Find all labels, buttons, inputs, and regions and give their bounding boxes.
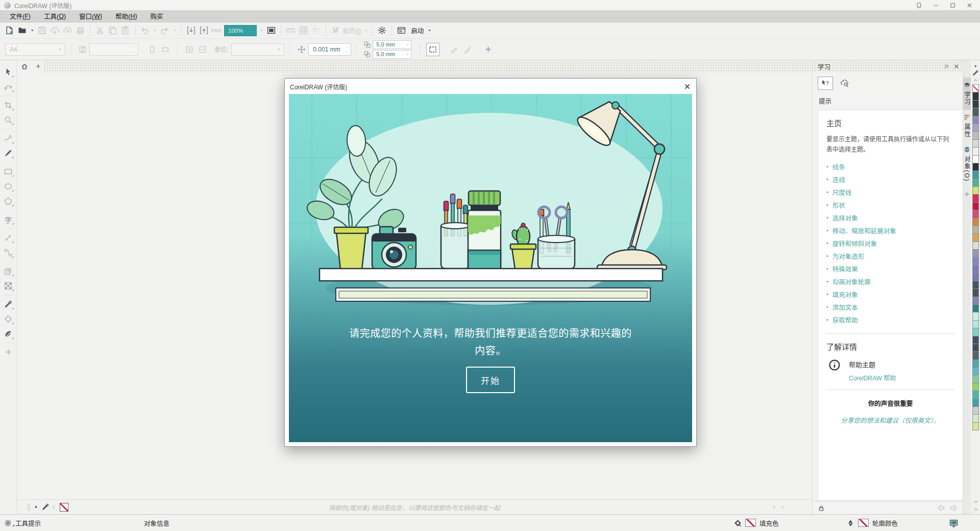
dialog-close-button[interactable] xyxy=(683,83,691,90)
docker-close-icon[interactable] xyxy=(953,63,960,69)
publish-pdf-button[interactable]: PDF xyxy=(210,24,223,37)
outline-color-swatch[interactable] xyxy=(858,519,869,527)
color-eyedropper-tool[interactable] xyxy=(1,297,15,311)
cloud-save-button[interactable] xyxy=(61,24,74,37)
hint-topic-link[interactable]: 填充对象 xyxy=(832,289,858,299)
snap-off-icon[interactable] xyxy=(329,24,342,37)
color-swatch[interactable] xyxy=(972,406,979,415)
menu-item[interactable]: 文件(F) xyxy=(3,10,37,22)
duplicate-x-field[interactable]: 5.0 mm xyxy=(373,40,411,49)
color-swatch[interactable] xyxy=(972,233,979,242)
landscape-button[interactable] xyxy=(159,43,172,56)
color-swatch[interactable] xyxy=(972,320,979,328)
dimension-tool[interactable] xyxy=(1,230,15,245)
color-swatch[interactable] xyxy=(972,344,979,352)
save-button[interactable] xyxy=(36,24,48,37)
open-dropdown-icon[interactable] xyxy=(29,24,36,37)
zoom-dropdown-icon[interactable] xyxy=(258,24,265,37)
color-swatch[interactable] xyxy=(972,147,979,155)
all-pages-button[interactable] xyxy=(183,43,196,56)
page-size-combo[interactable]: A4 xyxy=(5,43,65,56)
hint-topic-link[interactable]: 勾画对象轮廓 xyxy=(832,277,871,286)
palette-eyedropper-icon[interactable] xyxy=(42,503,49,511)
start-button[interactable]: 开始 xyxy=(466,367,515,393)
close-button[interactable] xyxy=(966,2,973,9)
color-swatch[interactable] xyxy=(972,257,979,266)
options-gear-button[interactable] xyxy=(376,24,388,37)
hint-topic-link[interactable]: 为对象造形 xyxy=(832,251,865,261)
polygon-tool[interactable] xyxy=(1,194,15,208)
nav-back-icon[interactable] xyxy=(937,504,945,512)
color-swatch[interactable] xyxy=(972,312,979,320)
palette-options-icon[interactable] xyxy=(973,62,978,69)
new-document-button[interactable] xyxy=(3,24,16,37)
hint-topic-link[interactable]: 线条 xyxy=(832,162,845,172)
palette-eyedropper-icon[interactable] xyxy=(972,69,978,77)
open-button[interactable] xyxy=(16,24,29,37)
current-page-button[interactable] xyxy=(196,43,209,56)
hint-topic-link[interactable]: 添加文本 xyxy=(832,302,858,312)
redo-button[interactable] xyxy=(158,24,171,37)
color-swatch[interactable] xyxy=(972,249,979,257)
text-tool[interactable]: 字 xyxy=(1,212,15,227)
redo-dropdown-icon[interactable] xyxy=(171,24,178,37)
nudge-distance-field[interactable]: 0.001 mm xyxy=(308,43,351,56)
launch-label[interactable]: 启动 xyxy=(408,26,426,35)
undo-dropdown-icon[interactable] xyxy=(151,24,158,37)
color-swatch[interactable] xyxy=(972,163,979,171)
color-swatch[interactable] xyxy=(972,304,979,312)
color-swatch[interactable] xyxy=(972,202,979,210)
menu-item[interactable]: 帮助(H) xyxy=(109,10,143,22)
menu-item[interactable]: 购买 xyxy=(144,10,170,22)
launcher-icon[interactable] xyxy=(395,24,408,37)
color-swatch[interactable] xyxy=(972,210,979,218)
color-swatch[interactable] xyxy=(972,367,979,375)
apply-to-duplicate-button[interactable] xyxy=(461,43,474,56)
color-swatch[interactable] xyxy=(972,186,979,195)
hint-topic-link[interactable]: 尺度线 xyxy=(832,187,852,197)
full-screen-preview-button[interactable] xyxy=(265,24,278,37)
hint-topic-link[interactable]: 特殊效果 xyxy=(832,264,858,274)
draw-complex-button[interactable] xyxy=(448,43,461,56)
color-swatch[interactable] xyxy=(972,179,979,187)
show-guidelines-button[interactable] xyxy=(310,24,323,37)
color-swatch[interactable] xyxy=(972,422,979,430)
cloud-open-button[interactable] xyxy=(48,24,61,37)
ellipse-tool[interactable] xyxy=(1,179,15,194)
color-swatch[interactable] xyxy=(972,375,979,383)
hint-topic-link[interactable]: 旋转和倾斜对象 xyxy=(832,238,877,248)
touch-mode-icon[interactable] xyxy=(916,2,922,9)
color-swatch[interactable] xyxy=(972,84,979,92)
docker-collapse-icon[interactable] xyxy=(943,63,949,69)
snap-dropdown-icon[interactable] xyxy=(362,24,369,37)
snap-to-label[interactable]: 贴齐(I) xyxy=(342,26,362,35)
pin-docker-icon[interactable] xyxy=(818,504,825,512)
units-combo[interactable] xyxy=(231,43,284,56)
no-color-swatch[interactable] xyxy=(60,503,68,512)
menu-item[interactable]: 工具(O) xyxy=(37,10,72,22)
show-rulers-button[interactable] xyxy=(284,24,297,37)
color-swatch[interactable] xyxy=(972,414,979,422)
crop-tool[interactable] xyxy=(1,98,15,112)
shape-tool[interactable] xyxy=(1,79,15,94)
undo-button[interactable] xyxy=(138,24,151,37)
cut-button[interactable] xyxy=(93,24,106,37)
hint-topic-link[interactable]: 形状 xyxy=(832,200,845,210)
color-swatch[interactable] xyxy=(972,391,979,399)
treat-as-filled-button[interactable] xyxy=(426,43,439,56)
color-swatch[interactable] xyxy=(972,242,979,250)
hint-topic-link[interactable]: 连线 xyxy=(832,175,845,184)
transparency-tool[interactable] xyxy=(1,278,15,293)
color-swatch[interactable] xyxy=(972,336,979,344)
color-swatch[interactable] xyxy=(972,226,979,234)
pick-tool[interactable] xyxy=(1,64,15,79)
maximize-button[interactable] xyxy=(949,2,956,9)
welcome-tab[interactable] xyxy=(17,60,32,73)
color-swatch[interactable] xyxy=(972,124,979,132)
color-swatch[interactable] xyxy=(972,297,979,305)
palette-scroll-right-icon[interactable] xyxy=(771,504,777,510)
color-swatch[interactable] xyxy=(972,281,979,289)
portrait-button[interactable] xyxy=(145,43,159,56)
drop-shadow-tool[interactable] xyxy=(1,263,15,278)
minimize-button[interactable] xyxy=(933,2,939,9)
